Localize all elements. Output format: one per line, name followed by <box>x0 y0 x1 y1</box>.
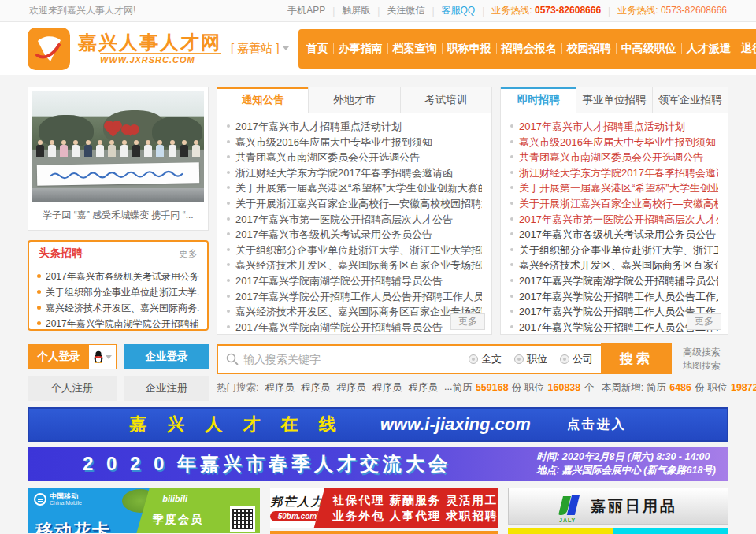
job-item[interactable]: 2017年嘉兴市各级机关考试录用公务员公告 <box>510 227 718 243</box>
job-item[interactable]: 关于开展第一届嘉兴港区“希望杯”大学生创业创... <box>510 180 718 196</box>
hot-term-ellipsis[interactable]: ... <box>444 381 452 395</box>
job-item[interactable]: 2017年嘉兴学院公开招聘工作人员公告工作人员... <box>510 289 718 305</box>
mobile-huaka-title: 移动花卡 <box>35 519 111 533</box>
nav-campus[interactable]: 校园招聘 <box>562 42 616 56</box>
job-item[interactable]: 2017年嘉兴学院南湖学院公开招聘辅导员公告 <box>510 273 718 289</box>
job-item[interactable]: 2017年嘉兴市第一医院公开招聘高层次人才公告 <box>510 212 718 228</box>
hot-term[interactable]: 程序员 <box>408 381 438 395</box>
notice-item[interactable]: 2017年嘉兴学院南湖学院公开招聘辅导员公告 <box>227 273 482 289</box>
headline-more-link[interactable]: 更多 <box>179 247 198 261</box>
tab-leading-company-jobs[interactable]: 领军企业招聘 <box>652 87 728 113</box>
notice-item[interactable]: 2017年嘉兴市各级机关考试录用公务员公告 <box>227 227 482 243</box>
page-content: 学子回 “嘉” 感受禾城蝶变 携手同 “... 头条招聘 更多 2017年嘉兴市… <box>28 87 728 534</box>
notice-item[interactable]: 2017年嘉兴市第一医院公开招聘高层次人才公告 <box>227 212 482 228</box>
notice-item[interactable]: 嘉兴经济技术开发区、嘉兴国际商务区百家企业专场招聘会公告 <box>227 258 482 273</box>
scope-position[interactable]: 职位 <box>514 352 547 366</box>
search-input[interactable] <box>243 347 469 371</box>
headline-item[interactable]: 2017年嘉兴市各级机关考试录用公务... <box>37 269 199 284</box>
tab-public-institution-jobs[interactable]: 事业单位招聘 <box>576 87 651 113</box>
notice-item[interactable]: 2017年嘉兴市人才招聘重点活动计划 <box>227 119 482 135</box>
nav-veterans[interactable]: 退役军人招聘 <box>736 42 756 56</box>
tab-outoftown-market[interactable]: 外地才市 <box>308 87 399 113</box>
personal-login-button[interactable]: 个人登录 <box>28 345 89 369</box>
radio-fulltext[interactable] <box>469 354 478 364</box>
advanced-search-link[interactable]: 高级搜索 <box>683 346 721 359</box>
radio-position[interactable] <box>514 354 524 364</box>
personal-login-combo: 个人登录 <box>28 344 117 369</box>
job-item[interactable]: 嘉兴市级2016年应届大中专毕业生报到须知 <box>510 135 718 150</box>
hot-term[interactable]: 程序员 <box>265 381 295 395</box>
notice-more-button[interactable]: 更多 <box>450 313 485 330</box>
notice-item[interactable]: 2017年嘉兴学院公开招聘工作人员公告开招聘工作人员公告开... <box>227 289 482 305</box>
banner1-url: www.i-jiaxing.com <box>380 414 531 435</box>
headline-item[interactable]: 关于组织部分企事业单位赴浙江大学... <box>37 284 199 300</box>
hot-term[interactable]: 程序员 <box>301 381 331 395</box>
nav-dispatch[interactable]: 人才派遣 <box>682 42 736 56</box>
brand-block[interactable]: 嘉兴人事人才网 WWW.JXRSRC.COM <box>78 32 221 65</box>
nav-archive[interactable]: 档案查询 <box>388 42 442 56</box>
stat-label: 职位 <box>524 382 544 393</box>
jobs-more-button[interactable]: 更多 <box>687 313 721 330</box>
notice-item[interactable]: 共青团嘉兴市南湖区委员会公开选调公告 <box>227 150 482 165</box>
search-button[interactable]: 搜索 <box>601 343 672 373</box>
notice-item[interactable]: 关于开展第一届嘉兴港区“希望杯”大学生创业创新大赛的通知 <box>227 180 482 196</box>
wechat-link[interactable]: 关注微信 <box>387 4 424 17</box>
job-item[interactable]: 关于组织部分企事业单位赴浙江大学、浙江工业大... <box>510 243 718 258</box>
notice-item[interactable]: 关于组织部分企事业单位赴浙江大学、浙江工业大学招聘人才的... <box>227 243 482 258</box>
divider: | <box>332 6 335 17</box>
nav-jobfair[interactable]: 招聘会报名 <box>497 42 561 56</box>
nav-senior-jobs[interactable]: 中高级职位 <box>617 42 681 56</box>
nav-title-declare[interactable]: 职称申报 <box>443 42 496 56</box>
job-item[interactable]: 共青团嘉兴市南湖区委员会公开选调公告 <box>510 150 718 165</box>
qq-login-dropdown[interactable] <box>89 345 116 369</box>
stat-resume-count: 559168 <box>476 382 509 393</box>
banner-spring-jobfair-2020[interactable]: 2 0 2 0 年嘉兴市春季人才交流大会 时间: 2020年2月8日 (周六) … <box>28 447 728 481</box>
hot-term[interactable]: 程序员 <box>336 381 366 395</box>
headline-item[interactable]: 2017年嘉兴学院南湖学院公开招聘辅... <box>37 316 199 332</box>
banner-jiaxing-talent-online[interactable]: 嘉 兴 人 才 在 线 www.i-jiaxing.com 点击进入 <box>28 407 728 442</box>
search-bar: 全文 职位 公司 搜索 <box>217 344 672 374</box>
news-photo-card[interactable]: 学子回 “嘉” 感受禾城蝶变 携手同 “... <box>28 87 209 231</box>
radio-company[interactable] <box>560 354 569 364</box>
ad-bangmang[interactable]: 邦芒人力 50bm.com 社保代理 薪酬服务 灵活用工 业务外包 人事代理 求… <box>270 488 498 534</box>
job-item[interactable]: 2017年嘉兴市人才招聘重点活动计划 <box>510 119 718 135</box>
notice-item[interactable]: 浙江财经大学东方学院2017年春季招聘会邀请函 <box>227 165 482 181</box>
jobs-list: 2017年嘉兴市人才招聘重点活动计划 嘉兴市级2016年应届大中专毕业生报到须知… <box>501 113 728 335</box>
tab-instant-jobs[interactable]: 即时招聘 <box>501 87 576 113</box>
row-login-search: 个人登录 企业登录 个人注册 企业注册 <box>28 344 728 401</box>
notice-item[interactable]: 嘉兴经济技术开发区、嘉兴国际商务区百家企业专场招聘会公告 <box>227 304 482 320</box>
nav-guide[interactable]: 办事指南 <box>334 42 387 56</box>
hot-term[interactable]: 程序员 <box>372 381 402 395</box>
ad-china-mobile[interactable]: 中国移动 China Mobile bilibili 季度会员 移动花卡 <box>28 488 260 533</box>
station-selector[interactable]: [ 嘉善站 ] <box>231 41 289 56</box>
company-register-button[interactable]: 企业注册 <box>124 376 209 401</box>
stat-unit: 个 <box>584 382 595 393</box>
qq-service-link[interactable]: 客服QQ <box>442 4 476 17</box>
touch-version-link[interactable]: 触屏版 <box>342 4 370 17</box>
site-logo[interactable] <box>28 28 70 70</box>
scope-fulltext[interactable]: 全文 <box>469 352 502 366</box>
nav-home[interactable]: 首页 <box>302 42 333 56</box>
job-item[interactable]: 嘉兴经济技术开发区、嘉兴国际商务区百家企业专... <box>510 258 718 273</box>
job-item[interactable]: 关于开展浙江嘉兴百家企业高校行—安徽高校校园... <box>510 196 718 212</box>
mobile-app-link[interactable]: 手机APP <box>287 4 325 17</box>
tab-notices[interactable]: 通知公告 <box>217 87 308 113</box>
notice-item[interactable]: 嘉兴市级2016年应届大中专毕业生报到须知 <box>227 135 482 150</box>
left-column: 学子回 “嘉” 感受禾城蝶变 携手同 “... 头条招聘 更多 2017年嘉兴市… <box>28 87 209 335</box>
qq-penguin-icon <box>93 350 104 363</box>
banner1-title: 嘉 兴 人 才 在 线 <box>129 413 344 436</box>
notice-item[interactable]: 关于开展浙江嘉兴百家企业高校行—安徽高校校园招聘活动的通... <box>227 196 482 212</box>
map-search-link[interactable]: 地图搜索 <box>683 359 721 373</box>
job-item[interactable]: 浙江财经大学东方学院2017年春季招聘会邀请函 <box>510 165 718 181</box>
search-row: 全文 职位 公司 搜索 高级搜索 地 <box>217 344 728 374</box>
tab-exam-training[interactable]: 考试培训 <box>400 87 491 113</box>
company-login-button[interactable]: 企业登录 <box>124 344 209 369</box>
ad-jaly[interactable]: JALY 嘉丽日用品 <box>508 488 728 534</box>
photo-caption[interactable]: 学子回 “嘉” 感受禾城蝶变 携手同 “... <box>32 202 204 222</box>
scope-label: 职位 <box>527 352 547 366</box>
scope-company[interactable]: 公司 <box>560 352 593 366</box>
notice-item[interactable]: 2017年嘉兴学院南湖学院公开招聘辅导员公告 <box>227 320 482 336</box>
headline-item[interactable]: 嘉兴经济技术开发区、嘉兴国际商务... <box>37 300 199 316</box>
divider: | <box>608 6 610 17</box>
personal-register-button[interactable]: 个人注册 <box>28 376 117 401</box>
